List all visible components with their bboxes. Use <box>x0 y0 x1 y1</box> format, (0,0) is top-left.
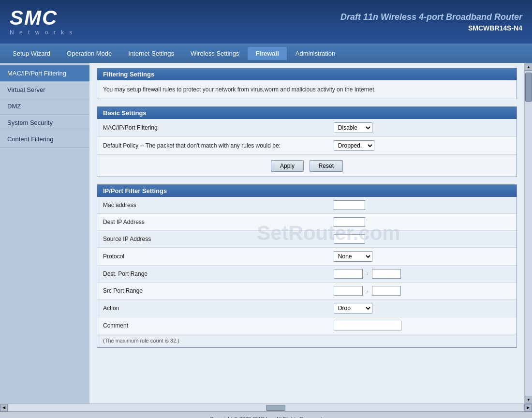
basic-settings-header: Basic Settings <box>97 107 517 119</box>
ip-port-filter-table: Mac address Dest IP Address Source IP Ad… <box>97 197 517 347</box>
nav-internet-settings[interactable]: Internet Settings <box>120 47 182 60</box>
reset-button[interactable]: Reset <box>310 160 343 172</box>
bottom-scroll-track <box>9 404 523 411</box>
action-select[interactable]: Drop Accept <box>334 303 372 314</box>
mac-ip-port-label: MAC/IP/Port Filtering <box>97 119 328 137</box>
filtering-settings-header: Filtering Settings <box>97 68 517 80</box>
sidebar-item-system-security[interactable]: System Security <box>0 115 89 131</box>
scrollbar-thumb[interactable] <box>525 73 532 102</box>
table-row: Default Policy -- The packet that don't … <box>97 137 517 155</box>
table-row: Comment <box>97 317 517 334</box>
content-area: SetRouter.com Filtering Settings You may… <box>89 63 524 403</box>
footer: Copyright © 2009 SMC Inc. All Rights Res… <box>0 411 532 418</box>
action-label: Action <box>97 299 328 317</box>
basic-settings-buttons: Apply Reset <box>97 155 517 177</box>
smc-logo: SMC <box>10 8 58 28</box>
scrollbar-up-btn[interactable]: ▲ <box>525 63 532 71</box>
filtering-settings-desc: You may setup firewall rules to protect … <box>97 80 517 99</box>
table-row: Source IP Address <box>97 231 517 248</box>
main-layout: MAC/IP/Port Filtering Virtual Server DMZ… <box>0 63 532 403</box>
protocol-label: Protocol <box>97 248 328 266</box>
src-port-range-sep: - <box>366 287 368 294</box>
mac-address-input[interactable] <box>334 200 365 210</box>
default-policy-label: Default Policy -- The packet that don't … <box>97 137 328 155</box>
nav-wireless-settings[interactable]: Wireless Settings <box>183 47 247 60</box>
header: SMC N e t w o r k s Draft 11n Wireless 4… <box>0 0 532 44</box>
src-port-range-label: Src Port Range <box>97 283 328 299</box>
bottom-scrollbar[interactable]: ◀ ▶ <box>0 403 532 411</box>
dest-ip-label: Dest IP Address <box>97 214 328 231</box>
bottom-scroll-thumb[interactable] <box>266 405 285 411</box>
comment-label: Comment <box>97 317 328 334</box>
nav-firewall[interactable]: Firewall <box>248 47 286 60</box>
sidebar-item-mac-ip-port[interactable]: MAC/IP/Port Filtering <box>0 65 89 82</box>
source-ip-label: Source IP Address <box>97 231 328 248</box>
dest-port-range-label: Dest. Port Range <box>97 266 328 283</box>
table-row: Mac address <box>97 197 517 214</box>
comment-input[interactable] <box>334 321 401 330</box>
sidebar-item-virtual-server[interactable]: Virtual Server <box>0 82 89 98</box>
scroll-left-btn[interactable]: ◀ <box>0 404 8 412</box>
apply-button[interactable]: Apply <box>271 160 304 172</box>
nav-bar: Setup Wizard Operation Mode Internet Set… <box>0 44 532 63</box>
sidebar-item-dmz[interactable]: DMZ <box>0 98 89 115</box>
src-port-range-start[interactable] <box>334 286 363 296</box>
dest-port-range-start[interactable] <box>334 269 363 279</box>
dest-port-range-sep: - <box>366 270 368 277</box>
table-row: (The maximum rule count is 32.) <box>97 334 517 347</box>
table-row: Protocol None TCP UDP ICMP <box>97 248 517 266</box>
table-row: Src Port Range - <box>97 283 517 299</box>
logo-area: SMC N e t w o r k s <box>10 8 74 36</box>
sidebar-item-content-filtering[interactable]: Content Filtering <box>0 131 89 148</box>
product-model: SMCWBR14S-N4 <box>340 24 522 32</box>
mac-ip-port-select[interactable]: Disable Enable <box>334 122 372 133</box>
source-ip-input[interactable] <box>334 234 365 244</box>
nav-administration[interactable]: Administration <box>288 47 343 60</box>
table-row: Dest. Port Range - <box>97 266 517 283</box>
protocol-select[interactable]: None TCP UDP ICMP <box>334 251 372 262</box>
footer-text: Copyright © 2009 SMC Inc. All Rights Res… <box>209 416 322 418</box>
basic-settings-table: MAC/IP/Port Filtering Disable Enable Def… <box>97 119 517 155</box>
networks-text: N e t w o r k s <box>10 29 74 36</box>
basic-settings-panel: Basic Settings MAC/IP/Port Filtering Dis… <box>97 106 517 177</box>
nav-setup-wizard[interactable]: Setup Wizard <box>5 47 58 60</box>
scroll-right-btn[interactable]: ▶ <box>524 404 532 412</box>
nav-operation-mode[interactable]: Operation Mode <box>59 47 119 60</box>
max-rule-note: (The maximum rule count is 32.) <box>97 334 517 347</box>
scrollbar-track[interactable]: ▲ ▼ <box>524 63 532 403</box>
mac-address-label: Mac address <box>97 197 328 214</box>
dest-ip-input[interactable] <box>334 217 365 227</box>
ip-port-filter-panel: IP/Port Filter Settings Mac address Dest… <box>97 184 517 348</box>
header-right: Draft 11n Wireless 4-port Broadband Rout… <box>340 12 522 32</box>
dest-port-range-end[interactable] <box>372 269 401 279</box>
src-port-range-end[interactable] <box>372 286 401 296</box>
default-policy-select[interactable]: Dropped. Accepted. <box>334 140 374 151</box>
filtering-settings-panel: Filtering Settings You may setup firewal… <box>97 68 517 99</box>
scrollbar-down-btn[interactable]: ▼ <box>525 396 532 403</box>
product-title: Draft 11n Wireless 4-port Broadband Rout… <box>340 12 522 22</box>
table-row: MAC/IP/Port Filtering Disable Enable <box>97 119 517 137</box>
ip-port-filter-header: IP/Port Filter Settings <box>97 185 517 197</box>
table-row: Dest IP Address <box>97 214 517 231</box>
table-row: Action Drop Accept <box>97 299 517 317</box>
sidebar: MAC/IP/Port Filtering Virtual Server DMZ… <box>0 63 89 403</box>
